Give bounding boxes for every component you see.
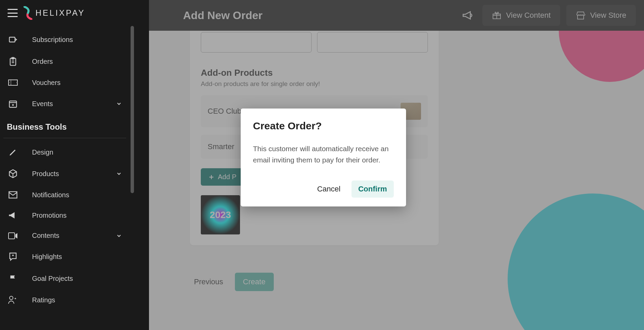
sidebar-header: HELIXPAY	[0, 0, 149, 26]
sidebar-item-label: Goal Projects	[32, 275, 73, 283]
sidebar-item-label: Subscriptions	[32, 36, 73, 44]
sidebar-item-notifications[interactable]: Notifications	[0, 185, 130, 205]
calendar-star-icon	[8, 99, 18, 109]
clipboard-icon	[8, 57, 18, 66]
sidebar-scrollbar[interactable]	[131, 26, 134, 330]
chevron-down-icon	[116, 171, 122, 177]
sidebar-item-goal-projects[interactable]: Goal Projects	[0, 268, 130, 289]
sidebar-item-label: Events	[32, 100, 53, 108]
modal-cancel-button[interactable]: Cancel	[312, 181, 345, 198]
sidebar-item-label: Ratings	[32, 296, 55, 304]
create-order-modal: Create Order? This customer will automat…	[241, 109, 406, 206]
modal-actions: Cancel Confirm	[253, 181, 394, 198]
video-icon	[8, 232, 18, 240]
user-star-icon	[8, 296, 18, 304]
cube-icon	[8, 169, 18, 178]
subscriptions-icon	[8, 35, 18, 44]
modal-confirm-button[interactable]: Confirm	[351, 181, 394, 198]
svg-point-9	[10, 296, 13, 300]
flag-icon	[8, 274, 18, 283]
sidebar-divider	[3, 138, 126, 138]
sidebar-scroll: Subscriptions Orders	[0, 26, 149, 330]
ticket-icon	[8, 78, 18, 87]
sidebar-item-products[interactable]: Products	[0, 163, 130, 185]
menu-icon[interactable]	[8, 9, 18, 17]
sidebar-item-events[interactable]: Events	[0, 93, 130, 115]
sidebar-item-label: Highlights	[32, 253, 62, 261]
sidebar-item-label: Notifications	[32, 191, 69, 199]
sidebar-section-header: Business Tools	[0, 115, 130, 135]
chevron-down-icon	[116, 233, 122, 239]
sidebar-item-design[interactable]: Design	[0, 142, 130, 163]
sidebar-item-promotions[interactable]: Promotions	[0, 205, 130, 226]
modal-body: This customer will automatically receive…	[253, 143, 394, 166]
sidebar-item-label: Vouchers	[32, 79, 60, 87]
brand-logo[interactable]: HELIXPAY	[23, 6, 85, 20]
sidebar-item-label: Design	[32, 148, 53, 156]
megaphone-small-icon	[8, 211, 18, 219]
sidebar-item-label: Orders	[32, 58, 53, 66]
sidebar-item-label: Contents	[32, 232, 59, 240]
svg-rect-0	[10, 37, 15, 42]
sidebar-item-highlights[interactable]: Highlights	[0, 246, 130, 268]
brand-name: HELIXPAY	[35, 8, 85, 18]
star-chat-icon	[8, 252, 18, 261]
mail-icon	[8, 191, 18, 199]
modal-title: Create Order?	[253, 120, 394, 132]
sidebar-item-ratings[interactable]: Ratings	[0, 289, 130, 311]
sidebar-item-label: Products	[32, 170, 59, 178]
sidebar: HELIXPAY Subscriptions	[0, 0, 149, 330]
sidebar-item-orders[interactable]: Orders	[0, 51, 130, 72]
brand-logo-mark	[23, 6, 33, 20]
sidebar-scrollbar-thumb[interactable]	[131, 26, 134, 193]
sidebar-item-subscriptions[interactable]: Subscriptions	[0, 29, 130, 51]
sidebar-item-contents[interactable]: Contents	[0, 226, 130, 246]
svg-rect-8	[9, 233, 15, 239]
sidebar-item-vouchers[interactable]: Vouchers	[0, 72, 130, 93]
chevron-down-icon	[116, 101, 122, 107]
pencil-icon	[8, 148, 18, 157]
sidebar-item-label: Promotions	[32, 212, 66, 219]
